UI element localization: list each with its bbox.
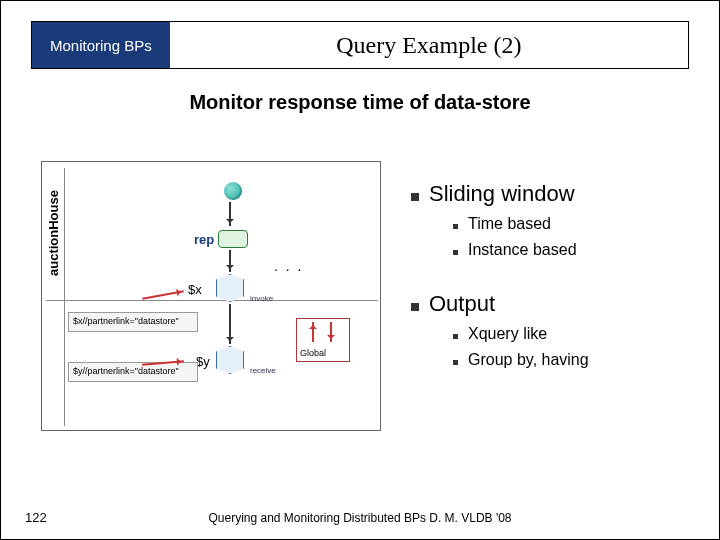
bullet-label: Sliding window <box>429 181 575 207</box>
global-label: Global <box>300 348 326 358</box>
bullet-list: Sliding window Time based Instance based… <box>411 171 699 369</box>
sub-bullet-item: Xquery like <box>453 325 699 343</box>
sub-bullet-label: Time based <box>468 215 551 233</box>
dot-bullet-icon <box>453 250 458 255</box>
square-bullet-icon <box>411 193 419 201</box>
slide: Monitoring BPs Query Example (2) Monitor… <box>0 0 720 540</box>
start-node-icon <box>224 182 242 200</box>
var-x-label: $x <box>188 282 202 297</box>
dot-bullet-icon <box>453 360 458 365</box>
receive-label: receive <box>250 366 276 375</box>
arrow-icon <box>229 250 231 272</box>
sub-bullet-label: Xquery like <box>468 325 547 343</box>
global-arrow-down-icon <box>330 322 332 342</box>
footer-text: Querying and Monitoring Distributed BPs … <box>1 511 719 525</box>
square-bullet-icon <box>411 303 419 311</box>
arrow-icon <box>229 304 231 344</box>
sub-bullet-item: Time based <box>453 215 699 233</box>
invoke-label: invoke <box>250 294 273 303</box>
xpath-arrow-icon <box>142 290 184 299</box>
sub-bullet-label: Instance based <box>468 241 577 259</box>
bullet-label: Output <box>429 291 495 317</box>
xpath-box-1: $x//partnerlink="datastore" <box>68 312 198 332</box>
sub-bullet-label: Group by, having <box>468 351 589 369</box>
receive-activity-icon <box>216 346 244 374</box>
rep-label: rep <box>194 232 214 247</box>
bullet-item: Output <box>411 291 699 317</box>
slide-header: Monitoring BPs Query Example (2) <box>31 21 689 69</box>
var-y-label: $y <box>196 354 210 369</box>
arrow-icon <box>229 202 231 226</box>
bullet-item: Sliding window <box>411 181 699 207</box>
sub-bullet-item: Group by, having <box>453 351 699 369</box>
sub-bullet-item: Instance based <box>453 241 699 259</box>
header-badge: Monitoring BPs <box>32 22 170 68</box>
process-diagram: auctionHouse rep . . . $x invoke $y rece… <box>41 161 381 431</box>
swimlane-divider-vertical <box>64 168 65 426</box>
global-arrow-up-icon <box>312 322 314 342</box>
invoke-activity-icon <box>216 274 244 302</box>
slide-subtitle: Monitor response time of data-store <box>1 91 719 114</box>
ellipsis-icon: . . . <box>274 258 303 274</box>
header-title: Query Example (2) <box>170 22 688 68</box>
swimlane-label: auctionHouse <box>46 168 64 298</box>
dot-bullet-icon <box>453 224 458 229</box>
swimlane-divider-horizontal <box>46 300 378 301</box>
rep-activity-icon <box>218 230 248 248</box>
dot-bullet-icon <box>453 334 458 339</box>
